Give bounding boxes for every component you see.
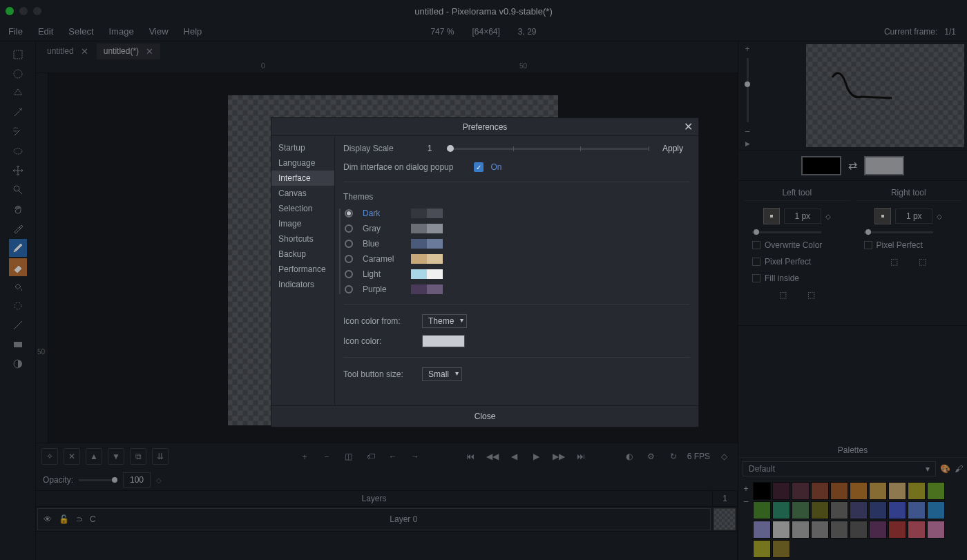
dim-interface-checkbox[interactable]: ✓ bbox=[474, 162, 484, 172]
prefs-section-image[interactable]: Image bbox=[271, 216, 334, 231]
preferences-sidebar: StartupLanguageInterfaceCanvasSelectionI… bbox=[271, 136, 335, 405]
dialog-close-button[interactable]: ✕ bbox=[684, 120, 693, 133]
prefs-section-indicators[interactable]: Indicators bbox=[271, 277, 334, 292]
theme-option-dark[interactable]: Dark bbox=[343, 209, 690, 218]
prefs-section-backup[interactable]: Backup bbox=[271, 247, 334, 262]
prefs-section-interface[interactable]: Interface bbox=[271, 171, 334, 186]
dialog-title: Preferences bbox=[463, 122, 508, 132]
prefs-section-selection[interactable]: Selection bbox=[271, 201, 334, 216]
themes-header: Themes bbox=[343, 192, 690, 202]
theme-option-caramel[interactable]: Caramel bbox=[343, 254, 690, 264]
icon-color-label: Icon color: bbox=[343, 336, 415, 346]
icon-color-from-dropdown[interactable]: Theme bbox=[422, 314, 467, 328]
theme-option-blue[interactable]: Blue bbox=[343, 239, 690, 249]
close-button[interactable]: Close bbox=[468, 409, 503, 423]
dim-interface-state: On bbox=[490, 162, 501, 172]
preferences-dialog: Preferences ✕ StartupLanguageInterfaceCa… bbox=[271, 117, 699, 427]
prefs-section-shortcuts[interactable]: Shortcuts bbox=[271, 231, 334, 247]
prefs-section-language[interactable]: Language bbox=[271, 155, 334, 171]
icon-color-from-label: Icon color from: bbox=[343, 316, 415, 326]
theme-option-light[interactable]: Light bbox=[343, 269, 690, 279]
tool-button-size-dropdown[interactable]: Small bbox=[422, 367, 462, 381]
display-scale-label: Display Scale bbox=[343, 144, 412, 153]
prefs-section-canvas[interactable]: Canvas bbox=[271, 186, 334, 201]
theme-option-purple[interactable]: Purple bbox=[343, 284, 690, 294]
prefs-section-startup[interactable]: Startup bbox=[271, 140, 334, 155]
apply-button[interactable]: Apply bbox=[655, 142, 690, 155]
icon-color-well[interactable] bbox=[422, 335, 465, 347]
dim-interface-label: Dim interface on dialog popup bbox=[343, 162, 453, 172]
display-scale-value: 1 bbox=[419, 144, 440, 153]
display-scale-slider[interactable] bbox=[447, 148, 649, 150]
prefs-section-performance[interactable]: Performance bbox=[271, 262, 334, 277]
theme-option-gray[interactable]: Gray bbox=[343, 224, 690, 233]
tool-button-size-label: Tool button size: bbox=[343, 369, 415, 379]
